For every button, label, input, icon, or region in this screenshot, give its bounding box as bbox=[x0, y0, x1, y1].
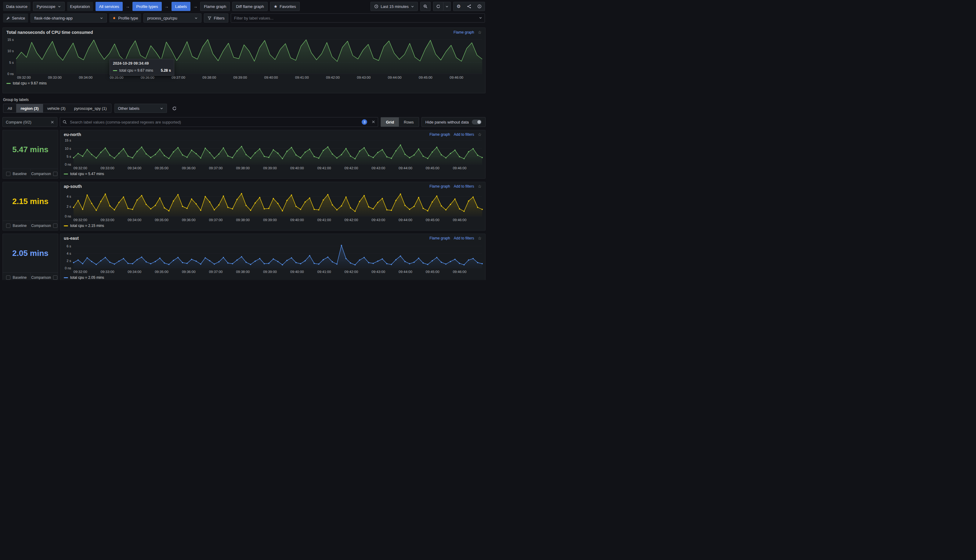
svg-text:09:40:00: 09:40:00 bbox=[290, 166, 304, 170]
star-icon[interactable]: ☆ bbox=[478, 132, 481, 137]
chevron-down-icon bbox=[411, 5, 414, 8]
tooltip-series: total cpu = 9.67 mins bbox=[119, 68, 153, 73]
svg-text:09:35:00: 09:35:00 bbox=[155, 166, 169, 170]
favorites-button[interactable]: ★ Favorites bbox=[270, 2, 300, 11]
compare-button[interactable]: Compare (0/2) bbox=[2, 117, 57, 127]
checkbox[interactable] bbox=[6, 275, 10, 280]
zoom-out-button[interactable] bbox=[420, 2, 431, 11]
star-icon[interactable]: ☆ bbox=[478, 184, 481, 189]
chart-legend[interactable]: total cpu = 2.15 mins bbox=[60, 223, 485, 230]
checkbox[interactable] bbox=[6, 223, 10, 228]
svg-text:09:45:00: 09:45:00 bbox=[426, 166, 440, 170]
tab-vehicle[interactable]: vehicle (3) bbox=[43, 104, 70, 113]
close-icon[interactable] bbox=[51, 120, 54, 124]
total-cpu-chart[interactable]: 0 ns5 s10 s15 s09:32:0009:33:0009:34:000… bbox=[3, 35, 485, 80]
stat-value: 2.05 mins bbox=[3, 234, 58, 272]
info-button[interactable] bbox=[474, 2, 485, 11]
svg-text:09:36:00: 09:36:00 bbox=[182, 218, 196, 222]
chart-legend[interactable]: total cpu = 9.67 mins bbox=[3, 80, 485, 87]
svg-text:09:40:00: 09:40:00 bbox=[290, 270, 304, 273]
add-to-filters-link[interactable]: Add to filters bbox=[454, 236, 474, 240]
filter-toolbar: Service flask-ride-sharing-app Profile t… bbox=[0, 13, 488, 25]
clock-icon bbox=[374, 4, 378, 8]
comparison-checkbox[interactable]: Comparison bbox=[30, 221, 58, 230]
legend-label: total cpu = 2.15 mins bbox=[70, 223, 104, 228]
flame-graph-link[interactable]: Flame graph bbox=[430, 132, 450, 137]
chart-legend[interactable]: total cpu = 2.05 mins bbox=[60, 275, 485, 280]
datasource-picker[interactable]: Pyroscope bbox=[33, 2, 64, 11]
step-all-services[interactable]: All services bbox=[95, 2, 123, 11]
profile-type-picker[interactable]: process_cpu/cpu bbox=[144, 13, 201, 23]
chart-legend[interactable]: total cpu = 5.47 mins bbox=[60, 171, 485, 178]
rows-view-button[interactable]: Rows bbox=[399, 117, 419, 127]
baseline-checkbox[interactable]: Baseline bbox=[3, 273, 30, 280]
checkbox[interactable] bbox=[6, 172, 10, 176]
refresh-button[interactable] bbox=[433, 2, 443, 11]
comparison-checkbox[interactable]: Comparison bbox=[30, 273, 58, 280]
profile-type-label: Profile type bbox=[109, 13, 141, 23]
baseline-checkbox[interactable]: Baseline bbox=[3, 221, 30, 230]
svg-text:5 s: 5 s bbox=[9, 61, 14, 64]
star-icon[interactable]: ☆ bbox=[478, 236, 481, 241]
tooltip-swatch bbox=[113, 70, 117, 71]
svg-text:09:46:00: 09:46:00 bbox=[453, 218, 466, 222]
flame-graph-link[interactable]: Flame graph bbox=[453, 30, 474, 35]
svg-text:09:39:00: 09:39:00 bbox=[234, 76, 247, 79]
refresh-icon bbox=[436, 4, 440, 8]
explore-profiles-app: Data source Pyroscope Exploration All se… bbox=[0, 0, 488, 280]
svg-text:09:44:00: 09:44:00 bbox=[399, 270, 412, 273]
step-flame-graph[interactable]: Flame graph bbox=[200, 2, 230, 11]
eu-north-chart[interactable]: 0 ns5 s10 s15 s09:32:0009:33:0009:34:000… bbox=[60, 137, 485, 171]
add-to-filters-link[interactable]: Add to filters bbox=[454, 132, 474, 137]
svg-text:09:34:00: 09:34:00 bbox=[79, 76, 92, 79]
star-icon[interactable]: ☆ bbox=[478, 30, 481, 35]
step-profile-types[interactable]: Profile types bbox=[132, 2, 162, 11]
svg-text:2 s: 2 s bbox=[67, 205, 71, 208]
add-to-filters-link[interactable]: Add to filters bbox=[454, 184, 474, 188]
refresh-labels-button[interactable] bbox=[170, 104, 179, 113]
step-diff-flame-graph[interactable]: Diff flame graph bbox=[232, 2, 267, 11]
comparison-checkbox[interactable]: Comparison bbox=[30, 169, 58, 178]
us-east-chart[interactable]: 0 ns2 s4 s6 s09:32:0009:33:0009:34:0009:… bbox=[60, 241, 485, 275]
svg-text:09:43:00: 09:43:00 bbox=[371, 218, 385, 222]
tab-all[interactable]: All bbox=[3, 104, 16, 113]
chevron-down-icon bbox=[445, 5, 449, 8]
label-filter-input[interactable] bbox=[231, 13, 485, 23]
chevron-down-icon bbox=[479, 16, 482, 20]
other-labels-picker[interactable]: Other labels bbox=[114, 104, 167, 113]
svg-text:09:33:00: 09:33:00 bbox=[101, 270, 114, 273]
stat-value: 2.15 mins bbox=[3, 182, 58, 220]
svg-text:09:35:00: 09:35:00 bbox=[155, 218, 169, 222]
svg-text:09:32:00: 09:32:00 bbox=[74, 270, 87, 273]
clear-search-icon[interactable] bbox=[372, 120, 375, 123]
grid-view-button[interactable]: Grid bbox=[381, 117, 399, 127]
share-button[interactable] bbox=[464, 2, 474, 11]
checkbox[interactable] bbox=[53, 172, 57, 176]
baseline-checkbox[interactable]: Baseline bbox=[3, 169, 30, 178]
label-search-input[interactable] bbox=[60, 117, 378, 127]
hide-panels-toggle[interactable] bbox=[472, 120, 481, 125]
filters-button[interactable]: Filters bbox=[204, 13, 228, 23]
refresh-interval-dropdown[interactable] bbox=[443, 2, 451, 11]
service-label: Service bbox=[3, 13, 28, 23]
svg-text:09:36:00: 09:36:00 bbox=[141, 76, 154, 79]
tab-region[interactable]: region (3) bbox=[16, 104, 43, 113]
tab-pyroscope-spy[interactable]: pyroscope_spy (1) bbox=[70, 104, 111, 113]
svg-text:09:36:00: 09:36:00 bbox=[182, 166, 196, 170]
svg-text:09:32:00: 09:32:00 bbox=[74, 166, 87, 170]
svg-text:0 ns: 0 ns bbox=[65, 266, 71, 270]
checkbox[interactable] bbox=[53, 223, 57, 228]
flame-graph-link[interactable]: Flame graph bbox=[430, 184, 450, 188]
settings-button[interactable]: ⚙ bbox=[453, 2, 464, 11]
time-range-picker[interactable]: Last 15 minutes bbox=[371, 2, 418, 11]
service-picker[interactable]: flask-ride-sharing-app bbox=[30, 13, 107, 23]
flame-graph-link[interactable]: Flame graph bbox=[430, 236, 450, 240]
checkbox[interactable] bbox=[53, 275, 57, 280]
svg-text:09:37:00: 09:37:00 bbox=[209, 270, 223, 273]
svg-text:09:39:00: 09:39:00 bbox=[263, 270, 277, 273]
datasource-label: Data source bbox=[3, 2, 30, 11]
svg-text:09:45:00: 09:45:00 bbox=[419, 76, 433, 79]
ap-south-chart[interactable]: 0 ns2 s4 s09:32:0009:33:0009:34:0009:35:… bbox=[60, 189, 485, 223]
group-by-tabs: All region (3) vehicle (3) pyroscope_spy… bbox=[3, 104, 111, 113]
step-labels[interactable]: Labels bbox=[172, 2, 191, 11]
